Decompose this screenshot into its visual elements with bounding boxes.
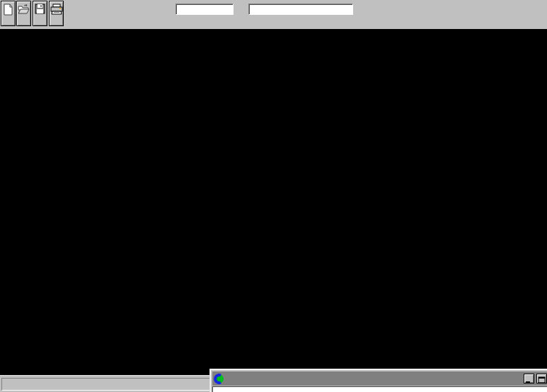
vector-field-canvas xyxy=(0,0,547,392)
satellite-command-prompt-window[interactable] xyxy=(209,369,547,392)
minimize-icon xyxy=(524,376,534,384)
minimize-button[interactable] xyxy=(524,374,534,384)
status-message xyxy=(1,378,212,391)
satellite-prompt-content[interactable] xyxy=(212,386,547,392)
satellite-titlebar[interactable] xyxy=(212,371,547,386)
maximize-button[interactable] xyxy=(536,374,547,384)
maximize-icon xyxy=(537,376,546,384)
satellite-app-icon xyxy=(214,374,224,384)
